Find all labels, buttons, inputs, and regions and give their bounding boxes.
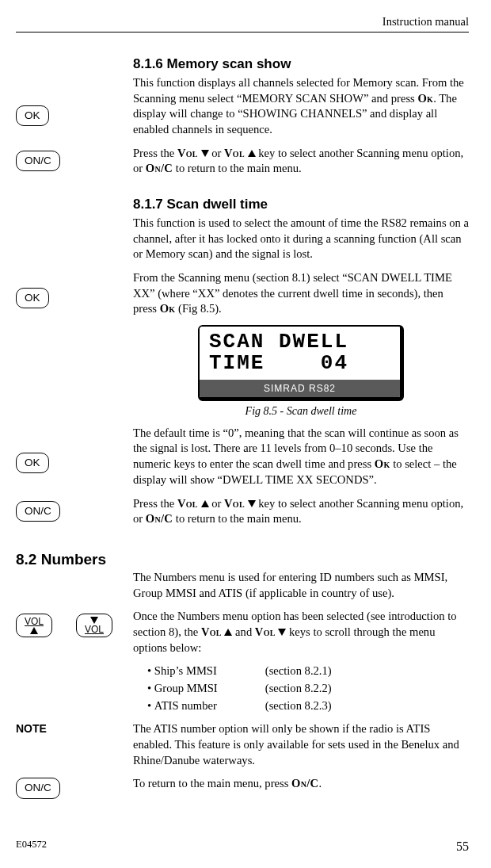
triangle-up-icon	[201, 500, 209, 507]
text: Press the	[133, 497, 177, 510]
onc-button-icon: ON/C	[16, 151, 60, 171]
onc-inline: On/C	[291, 777, 318, 790]
ok-button-icon: OK	[16, 453, 49, 473]
onc-button-icon: ON/C	[16, 501, 60, 522]
heading-82: 8.2 Numbers	[16, 549, 106, 570]
vol-inline: Vol	[224, 147, 245, 159]
text: This function displays all channels sele…	[133, 76, 464, 105]
onc-inline: On/C	[146, 162, 173, 174]
page-header: Instruction manual	[383, 14, 469, 30]
text: To return to the main menu, press	[133, 777, 291, 790]
heading-817: 8.1.7 Scan dwell time	[133, 196, 469, 214]
doc-number: E04572	[16, 838, 47, 855]
header-rule	[16, 32, 469, 33]
s817-p1: This function is used to select the amou…	[133, 216, 469, 262]
vol-label: VOL	[85, 625, 104, 634]
page-footer: E04572 55	[16, 838, 469, 855]
item-ref: (section 8.2.3)	[265, 699, 332, 712]
item-ref: (section 8.2.2)	[265, 682, 332, 694]
text: and	[232, 625, 254, 638]
triangle-up-icon	[224, 629, 232, 636]
triangle-up-icon	[248, 150, 256, 157]
onc-inline: On/C	[146, 512, 173, 525]
triangle-down-icon	[201, 150, 209, 157]
triangle-down-icon	[278, 629, 286, 636]
figure-caption: Fig 8.5 - Scan dwell time	[133, 404, 469, 419]
vol-up-button-icon: VOL	[16, 614, 52, 637]
onc-button-icon: ON/C	[16, 778, 60, 798]
triangle-up-icon	[30, 627, 38, 634]
note-label: NOTE	[16, 722, 47, 735]
text: to return to the main menu.	[173, 162, 302, 174]
item-name: ATIS number	[154, 698, 265, 714]
lcd-line-2: TIME 04	[209, 353, 390, 374]
vol-down-button-icon: VOL	[76, 614, 112, 637]
text: Press the	[133, 147, 177, 159]
s82-p2: Once the Numbers menu option has been se…	[133, 609, 469, 656]
list-item: • Group MMSI(section 8.2.2)	[147, 681, 469, 697]
text: (Fig 8.5).	[175, 302, 221, 315]
vol-label: VOL	[25, 617, 44, 626]
vol-inline: Vol	[201, 625, 222, 638]
numbers-menu-list: • Ship’s MMSI(section 8.2.1) • Group MMS…	[133, 663, 469, 713]
ok-inline: Ok	[375, 457, 390, 470]
s82-p1: The Numbers menu is used for entering ID…	[133, 570, 469, 601]
page-number: 55	[456, 838, 469, 855]
s817-p4: Press the Vol or Vol key to select anoth…	[133, 496, 469, 527]
item-ref: (section 8.2.1)	[265, 664, 332, 677]
lcd-model-label: SIMRAD RS82	[200, 380, 400, 397]
s82-note: The ATIS number option will only be show…	[133, 721, 469, 768]
ok-button-icon: OK	[16, 288, 49, 308]
vol-inline: Vol	[224, 497, 245, 510]
text: .	[318, 777, 322, 790]
vol-inline: Vol	[255, 625, 276, 638]
s816-p2: Press the Vol or Vol key to select anoth…	[133, 146, 469, 177]
item-name: Group MMSI	[154, 681, 265, 697]
vol-inline: Vol	[177, 147, 198, 159]
s82-p3: To return to the main menu, press On/C.	[133, 776, 469, 792]
triangle-down-icon	[248, 500, 256, 507]
lcd-figure: SCAN DWELL TIME 04 SIMRAD RS82	[198, 325, 404, 401]
heading-816: 8.1.6 Memory scan show	[133, 55, 469, 74]
text: or	[209, 147, 224, 159]
s817-p3: The default time is “0”, meaning that th…	[133, 426, 469, 488]
list-item: • ATIS number(section 8.2.3)	[147, 698, 469, 714]
ok-inline: Ok	[160, 302, 176, 315]
vol-inline: Vol	[177, 497, 198, 510]
item-name: Ship’s MMSI	[154, 663, 265, 679]
page-content: 8.1.6 Memory scan show OK This function …	[0, 44, 491, 828]
triangle-down-icon	[90, 617, 98, 624]
list-item: • Ship’s MMSI(section 8.2.1)	[147, 663, 469, 679]
lcd-line-1: SCAN DWELL	[209, 331, 390, 353]
text: to return to the main menu.	[173, 512, 302, 525]
s816-p1: This function displays all channels sele…	[133, 75, 469, 138]
ok-button-icon: OK	[16, 105, 49, 126]
ok-inline: Ok	[417, 92, 433, 105]
text: or	[209, 497, 224, 510]
s817-p2: From the Scanning menu (section 8.1) sel…	[133, 270, 469, 317]
